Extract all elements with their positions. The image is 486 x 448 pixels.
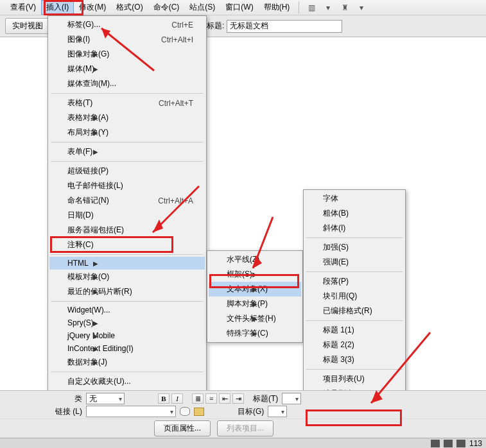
class-select[interactable]: 无 bbox=[86, 393, 125, 404]
menu-item-label: 水平线(Z) bbox=[227, 254, 259, 265]
menu-item[interactable]: 脚本对象(P)▶ bbox=[209, 297, 301, 311]
menu-item[interactable]: 特殊字符(C)▶ bbox=[209, 326, 301, 341]
menu-item[interactable]: 文件头标签(H)▶ bbox=[209, 311, 301, 326]
menu-item[interactable]: Spry(S)▶ bbox=[49, 316, 205, 329]
device-icon[interactable] bbox=[431, 440, 440, 447]
menu-item[interactable]: 水平线(Z) bbox=[209, 252, 301, 267]
menu-item-label: 标题 3(3) bbox=[323, 354, 354, 365]
submenu-arrow-icon: ▶ bbox=[252, 271, 257, 278]
text-format-icons: B I ≣ ≡ ⇤ ⇥ bbox=[158, 393, 244, 404]
menu-item[interactable]: 超级链接(P) bbox=[49, 164, 205, 178]
menu-item[interactable]: 自定义收藏夹(U)... bbox=[49, 374, 205, 389]
menu-item[interactable]: 媒体查询(M)... bbox=[49, 76, 205, 91]
menu-item-label: 布局对象(Y) bbox=[67, 127, 108, 138]
menu-item[interactable]: 文本对象(X)▶ bbox=[209, 282, 301, 297]
menu-item[interactable]: 框架(S)▶ bbox=[209, 267, 301, 282]
indent-button[interactable]: ⇥ bbox=[232, 393, 244, 404]
menu-item[interactable]: 段落(P) bbox=[305, 274, 404, 289]
menu-insert[interactable]: 插入(I) bbox=[41, 0, 74, 15]
menu-item-label: 服务器端包括(E) bbox=[67, 225, 124, 236]
point-to-file-icon[interactable] bbox=[180, 407, 190, 416]
menu-format[interactable]: 格式(O) bbox=[111, 0, 148, 15]
insert-dropdown: 标签(G)...Ctrl+E图像(I)Ctrl+Alt+I图像对象(G)▶媒体(… bbox=[48, 15, 207, 406]
menu-item-label: 表格对象(A) bbox=[67, 112, 108, 123]
menu-item-label: 框架(S) bbox=[227, 269, 252, 280]
menu-item-label: Spry(S) bbox=[67, 318, 94, 327]
menu-item[interactable]: 最近的代码片断(R)▶ bbox=[49, 284, 205, 299]
menu-item-label: 脚本对象(P) bbox=[227, 298, 268, 309]
ul-button[interactable]: ≣ bbox=[192, 393, 204, 404]
menu-item-label: 段落(P) bbox=[323, 276, 349, 287]
menu-shortcut: Ctrl+Alt+A bbox=[158, 196, 193, 205]
menu-item[interactable]: Widget(W)... bbox=[49, 304, 205, 316]
menu-item[interactable]: 电子邮件链接(L) bbox=[49, 178, 205, 193]
menu-item-label: 粗体(B) bbox=[323, 208, 349, 219]
menu-item[interactable]: 表格对象(A)▶ bbox=[49, 110, 205, 125]
menu-item[interactable]: 布局对象(Y)▶ bbox=[49, 125, 205, 140]
list-item-button[interactable]: 列表项目... bbox=[217, 420, 273, 436]
layout-icon[interactable]: ▥ bbox=[306, 2, 317, 13]
dropdown-icon[interactable]: ▾ bbox=[322, 2, 334, 13]
extension-icon[interactable]: ♜ bbox=[339, 2, 351, 13]
menu-item-label: 标签(G)... bbox=[67, 19, 100, 30]
menu-item-label: 数据对象(J) bbox=[67, 357, 107, 368]
menu-item[interactable]: 表单(F)▶ bbox=[49, 144, 205, 159]
italic-button[interactable]: I bbox=[171, 393, 183, 404]
menu-item[interactable]: 表格(T)Ctrl+Alt+T bbox=[49, 96, 205, 110]
menu-item[interactable]: 标签(G)...Ctrl+E bbox=[49, 17, 205, 32]
menu-site[interactable]: 站点(S) bbox=[184, 0, 220, 15]
menu-item-label: 加强(S) bbox=[323, 242, 349, 253]
tablet-icon[interactable] bbox=[444, 440, 453, 447]
menu-command[interactable]: 命令(C) bbox=[148, 0, 185, 15]
menu-item-label: 自定义收藏夹(U)... bbox=[67, 376, 131, 387]
menu-item-label: 媒体(M) bbox=[67, 64, 94, 74]
menu-item[interactable]: 媒体(M)▶ bbox=[49, 62, 205, 76]
menu-item[interactable]: InContext Editing(I)▶ bbox=[49, 342, 205, 355]
menu-item[interactable]: 命名锚记(N)Ctrl+Alt+A bbox=[49, 193, 205, 208]
menu-item-label: 媒体查询(M)... bbox=[67, 78, 116, 89]
menu-item[interactable]: HTML▶ bbox=[49, 257, 205, 270]
menu-item-label: 模板对象(O) bbox=[67, 271, 109, 282]
menu-item[interactable]: 模板对象(O)▶ bbox=[49, 270, 205, 284]
desktop-icon[interactable] bbox=[456, 440, 465, 447]
menu-item[interactable]: jQuery Mobile▶ bbox=[49, 329, 205, 342]
link-select[interactable] bbox=[86, 406, 176, 417]
browse-folder-icon[interactable] bbox=[194, 408, 204, 416]
menu-view[interactable]: 查看(V) bbox=[5, 0, 41, 15]
menu-window[interactable]: 窗口(W) bbox=[220, 0, 258, 15]
menu-item[interactable]: 服务器端包括(E) bbox=[49, 223, 205, 237]
menu-item-label: 图像对象(G) bbox=[67, 49, 109, 60]
separator bbox=[299, 2, 299, 13]
menu-item[interactable]: 已编排格式(R) bbox=[305, 304, 404, 318]
menu-item[interactable]: 块引用(Q) bbox=[305, 289, 404, 304]
menu-item[interactable]: 斜体(I) bbox=[305, 221, 404, 236]
target-select[interactable] bbox=[268, 406, 287, 417]
bold-button[interactable]: B bbox=[158, 393, 169, 404]
dropdown-icon[interactable]: ▾ bbox=[356, 2, 367, 13]
menu-item[interactable]: 加强(S) bbox=[305, 240, 404, 255]
menu-item[interactable]: 图像(I)Ctrl+Alt+I bbox=[49, 32, 205, 47]
menu-item[interactable]: 注释(C) bbox=[49, 237, 205, 252]
ol-button[interactable]: ≡ bbox=[205, 393, 217, 404]
menu-item[interactable]: 数据对象(J)▶ bbox=[49, 355, 205, 370]
document-title-input[interactable] bbox=[227, 20, 342, 33]
menu-modify[interactable]: 修改(M) bbox=[74, 0, 111, 15]
menu-item-label: 块引用(Q) bbox=[323, 291, 357, 302]
menu-item[interactable]: 标题 3(3) bbox=[305, 352, 404, 367]
menu-item[interactable]: 强调(E) bbox=[305, 255, 404, 270]
menu-item[interactable]: 标题 2(2) bbox=[305, 338, 404, 352]
menu-item-label: HTML bbox=[67, 259, 89, 268]
outdent-button[interactable]: ⇤ bbox=[219, 393, 230, 404]
menu-item[interactable]: 字体 bbox=[305, 191, 404, 206]
menu-item[interactable]: 标题 1(1) bbox=[305, 323, 404, 338]
menu-item[interactable]: 日期(D) bbox=[49, 208, 205, 223]
menu-help[interactable]: 帮助(H) bbox=[259, 0, 295, 15]
heading-select[interactable] bbox=[282, 393, 301, 404]
menu-item[interactable]: 图像对象(G)▶ bbox=[49, 47, 205, 62]
live-view-button[interactable]: 实时视图 bbox=[5, 18, 50, 34]
page-properties-button[interactable]: 页面属性... bbox=[154, 420, 211, 436]
menu-item[interactable]: 粗体(B) bbox=[305, 206, 404, 221]
menu-item[interactable]: 项目列表(U) bbox=[305, 372, 404, 386]
submenu-arrow-icon: ▶ bbox=[93, 148, 98, 155]
status-size: 113 bbox=[469, 439, 482, 448]
